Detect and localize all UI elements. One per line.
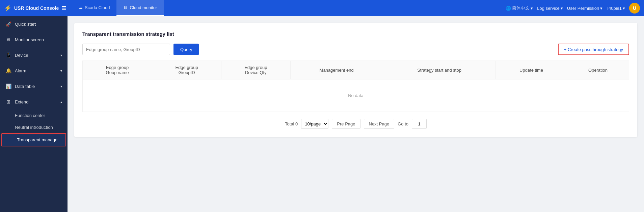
alarm-expand-icon: ▾ [60, 69, 62, 73]
col-edge-group-device-qty: Edge groupDevice Qty [221, 61, 290, 79]
table-header: Edge groupGoup name Edge groupGroupID Ed… [83, 61, 629, 79]
sidebar-item-quick-start[interactable]: 🚀 Quick start [0, 16, 68, 32]
pagination-bar: Total 0 10/page 20/page 50/page Pre Page… [82, 119, 629, 129]
filter-bar: Query + Create passthrough strategy [82, 44, 629, 55]
hamburger-icon[interactable]: ☰ [61, 5, 66, 11]
monitor-icon: 🖥 [123, 5, 128, 10]
monitor-screen-icon: 🖥 [5, 37, 11, 43]
main-layout: 🚀 Quick start 🖥 Monitor screen 📱 Device … [0, 16, 644, 212]
sidebar-item-extend[interactable]: ⊞ Extend ▴ [0, 94, 68, 110]
alarm-icon: 🔔 [5, 68, 11, 74]
table-body: No data [83, 79, 629, 112]
sidebar-item-monitor-screen[interactable]: 🖥 Monitor screen [0, 32, 68, 47]
goto-label: Go to [398, 121, 408, 126]
extend-icon: ⊞ [5, 99, 11, 105]
tab-scada[interactable]: ☁ Scada Cloud [72, 0, 116, 16]
sidebar-item-transparent-manage[interactable]: Transparent manage [1, 133, 66, 146]
nav-tabs: ☁ Scada Cloud 🖥 Cloud monitor [72, 0, 506, 16]
strategy-table: Edge groupGoup name Edge groupGroupID Ed… [82, 61, 629, 112]
user-permission-selector[interactable]: User Permission ▾ [567, 6, 602, 11]
log-service-selector[interactable]: Log service ▾ [537, 6, 563, 11]
col-management-end: Management end [290, 61, 383, 79]
sidebar-item-neutral-introduction[interactable]: Neutral introduction [0, 121, 68, 133]
scada-icon: ☁ [78, 5, 83, 10]
log-service-dropdown-icon: ▾ [561, 6, 563, 11]
page-title: Transparent transmission strategy list [82, 31, 629, 37]
col-edge-group-id: Edge groupGroupID [152, 61, 221, 79]
top-navbar: ⚡ USR Cloud Console ☰ ☁ Scada Cloud 🖥 Cl… [0, 0, 644, 16]
goto-input[interactable] [412, 119, 427, 129]
language-dropdown-icon: ▾ [531, 6, 533, 11]
extend-expand-icon: ▴ [60, 100, 62, 104]
username-selector[interactable]: li40pie1 ▾ [607, 6, 625, 11]
sidebar-item-alarm[interactable]: 🔔 Alarm ▾ [0, 63, 68, 78]
brand-area: ⚡ USR Cloud Console ☰ [4, 4, 72, 12]
username-dropdown-icon: ▾ [623, 6, 625, 11]
col-strategy-start-stop: Strategy start and stop [383, 61, 496, 79]
device-expand-icon: ▾ [60, 53, 62, 57]
col-edge-group-name: Edge groupGoup name [83, 61, 152, 79]
sidebar-item-device[interactable]: 📱 Device ▾ [0, 47, 68, 63]
avatar-text: U [633, 5, 636, 11]
search-input[interactable] [82, 44, 170, 55]
device-icon: 📱 [5, 52, 11, 58]
data-table-icon: 📊 [5, 83, 11, 89]
language-selector[interactable]: 🌐 简体中文 ▾ [506, 5, 533, 11]
brand-logo: ⚡ [4, 4, 11, 12]
next-page-button[interactable]: Next Page [364, 119, 395, 129]
query-button[interactable]: Query [173, 44, 199, 55]
sidebar-item-data-table[interactable]: 📊 Data table ▾ [0, 78, 68, 94]
create-passthrough-button[interactable]: + Create passthrough strategy [558, 44, 629, 55]
pre-page-button[interactable]: Pre Page [332, 119, 360, 129]
top-nav-right: 🌐 简体中文 ▾ Log service ▾ User Permission ▾… [506, 3, 640, 14]
data-table-expand-icon: ▾ [60, 85, 62, 88]
language-icon: 🌐 [506, 6, 511, 11]
page-size-select[interactable]: 10/page 20/page 50/page [301, 119, 328, 129]
sidebar: 🚀 Quick start 🖥 Monitor screen 📱 Device … [0, 16, 68, 212]
pagination-total: Total 0 [285, 121, 298, 126]
user-permission-dropdown-icon: ▾ [600, 6, 602, 11]
page-card: Transparent transmission strategy list Q… [74, 23, 637, 137]
no-data-cell: No data [83, 79, 629, 112]
avatar[interactable]: U [629, 3, 640, 14]
sidebar-item-function-center[interactable]: Function center [0, 110, 68, 121]
main-content: Transparent transmission strategy list Q… [68, 16, 644, 212]
quick-start-icon: 🚀 [5, 21, 11, 27]
no-data-row: No data [83, 79, 629, 112]
col-update-time: Update time [496, 61, 567, 79]
col-operation: Operation [567, 61, 629, 79]
tab-cloud-monitor[interactable]: 🖥 Cloud monitor [116, 0, 164, 16]
brand-name: USR Cloud Console [14, 5, 59, 11]
